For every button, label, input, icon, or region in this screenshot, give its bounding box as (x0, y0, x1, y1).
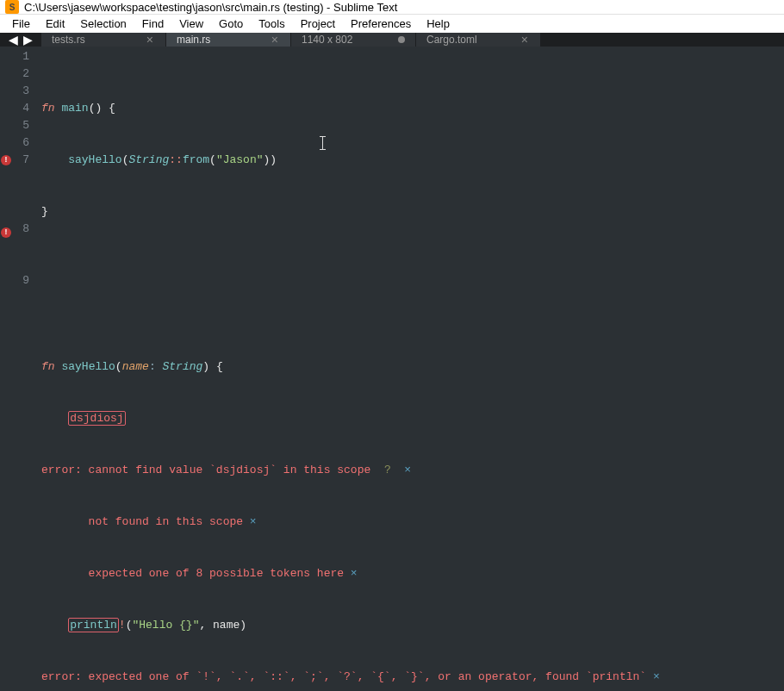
line-number[interactable]: 4 (12, 100, 29, 117)
line-number (12, 255, 29, 272)
close-icon[interactable]: × (145, 33, 155, 47)
line-number[interactable]: 2 (12, 65, 29, 83)
code-line[interactable]: dsjdiosj (41, 410, 784, 427)
nav-back-icon[interactable]: ◀ (9, 33, 18, 47)
line-number[interactable]: 1 (12, 48, 29, 65)
window-title: C:\Users\jasew\workspace\testing\jason\s… (24, 1, 397, 14)
error-marker-icon[interactable]: ! (1, 227, 11, 238)
menu-find[interactable]: Find (135, 15, 171, 33)
line-number[interactable]: 6 (12, 134, 29, 152)
close-icon[interactable]: × (270, 33, 280, 47)
tab-main[interactable]: main.rs × (166, 33, 291, 47)
titlebar: S C:\Users\jasew\workspace\testing\jason… (0, 0, 784, 15)
text-cursor-icon (322, 136, 323, 150)
tab-tests[interactable]: tests.rs × (41, 33, 166, 47)
line-number (12, 186, 29, 203)
code-line[interactable]: fn sayHello(name: String) { (41, 358, 784, 376)
tab-untitled[interactable]: 1140 x 802 (291, 33, 416, 47)
menu-tools[interactable]: Tools (252, 15, 291, 33)
nav-forward-icon[interactable]: ▶ (23, 33, 33, 47)
tab-label: 1140 x 802 (302, 34, 398, 46)
editor[interactable]: ! ! 1 2 3 4 5 6 7 8 9 fn main() { sayHel… (0, 47, 784, 691)
menu-selection[interactable]: Selection (73, 15, 133, 33)
tab-cargo[interactable]: Cargo.toml × (416, 33, 541, 47)
inline-error[interactable]: error: expected one of `!`, `.`, `::`, `… (41, 669, 784, 686)
menu-help[interactable]: Help (420, 15, 457, 33)
menu-edit[interactable]: Edit (39, 15, 72, 33)
line-number (12, 203, 29, 221)
inline-error[interactable]: expected one of 8 possible tokens here × (41, 565, 784, 582)
dirty-indicator-icon[interactable] (398, 36, 405, 43)
menu-file[interactable]: File (5, 15, 37, 33)
menu-project[interactable]: Project (294, 15, 342, 33)
close-icon[interactable]: × (520, 33, 530, 47)
code-line[interactable] (41, 255, 784, 272)
line-number-gutter: 1 2 3 4 5 6 7 8 9 (12, 47, 38, 691)
code-line[interactable] (41, 307, 784, 324)
code-area[interactable]: fn main() { sayHello(String::from("Jason… (38, 47, 784, 691)
inline-error[interactable]: not found in this scope × (41, 514, 784, 531)
line-number[interactable]: 3 (12, 83, 29, 100)
tab-label: Cargo.toml (426, 34, 520, 46)
menubar: File Edit Selection Find View Goto Tools… (0, 15, 784, 33)
line-number[interactable]: 9 (12, 272, 29, 289)
menu-view[interactable]: View (172, 15, 210, 33)
code-line[interactable]: fn main() { (41, 100, 784, 117)
line-number (12, 169, 29, 186)
menu-preferences[interactable]: Preferences (344, 15, 418, 33)
tab-history-nav: ◀ ▶ (0, 33, 41, 47)
tabbar: ◀ ▶ tests.rs × main.rs × 1140 x 802 Carg… (0, 33, 784, 47)
app-icon: S (5, 0, 19, 14)
error-gutter: ! ! (0, 47, 12, 691)
error-marker-icon[interactable]: ! (1, 155, 11, 165)
menu-goto[interactable]: Goto (212, 15, 250, 33)
code-line[interactable]: } (41, 203, 784, 221)
tab-label: tests.rs (52, 34, 145, 46)
code-line[interactable]: println!("Hello {}", name) (41, 617, 784, 634)
line-number[interactable]: 5 (12, 117, 29, 134)
line-number[interactable]: 8 (12, 221, 29, 238)
code-line[interactable]: sayHello(String::from("Jason")) (41, 152, 784, 169)
line-number (12, 238, 29, 255)
tab-label: main.rs (177, 34, 270, 46)
line-number[interactable]: 7 (12, 152, 29, 169)
inline-error[interactable]: error: cannot find value `dsjdiosj` in t… (41, 462, 784, 479)
